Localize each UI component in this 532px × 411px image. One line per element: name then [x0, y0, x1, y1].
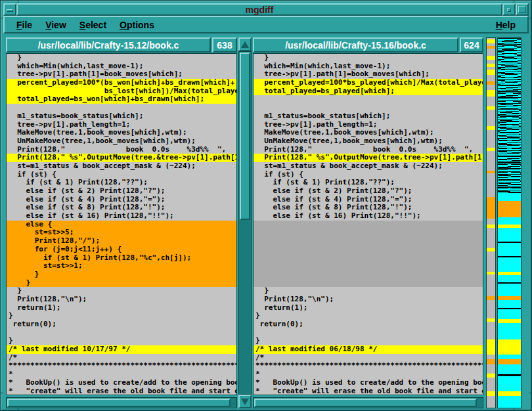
- code-line[interactable]: Print(128," %s",OutputMove(tree,&tree->p…: [7, 154, 236, 162]
- code-line: st=m1_status & book_accept_mask & (~224)…: [254, 162, 483, 171]
- title-area[interactable]: mgdiff: [16, 3, 502, 16]
- vertical-scrollbar-trough[interactable]: [238, 51, 252, 395]
- diff-mark: [487, 339, 495, 355]
- code-line: else if (st & 8) Print(128,"!");: [254, 204, 483, 212]
- code-line: * "create" will erase the old book file …: [254, 387, 483, 396]
- right-line-count: 624: [460, 37, 483, 53]
- menu-select[interactable]: Select: [73, 18, 113, 32]
- window-title: mgdiff: [246, 5, 274, 15]
- code-line: st=m1_status & book_accept_mask & (~224)…: [7, 162, 236, 171]
- code-line[interactable]: [254, 270, 483, 279]
- diff-mark: [487, 64, 495, 67]
- code-line[interactable]: [254, 262, 483, 270]
- code-line: }: [7, 337, 236, 345]
- diff-mark: [487, 171, 495, 174]
- code-line[interactable]: Print(128,"/");: [7, 237, 236, 246]
- menu-help[interactable]: Help: [489, 18, 522, 32]
- code-line[interactable]: /* last modified 10/17/97 */: [7, 345, 236, 354]
- code-line: ****************************************…: [254, 362, 483, 370]
- code-line: Print(128," book 0.0s %3d%% ",: [7, 146, 236, 154]
- code-line[interactable]: [254, 279, 483, 288]
- code-line[interactable]: else {: [7, 221, 236, 229]
- code-line: return(0);: [7, 320, 236, 329]
- diff-mark: [487, 296, 495, 300]
- left-horizontal-scrollbar-thumb[interactable]: [7, 399, 231, 407]
- diff-mark: [498, 359, 521, 364]
- code-line: /*: [7, 354, 236, 362]
- minimize-button[interactable]: [502, 3, 516, 16]
- code-line[interactable]: percent_played=100*bs_played[which]/Max(…: [254, 79, 483, 87]
- diff-mark: [487, 46, 495, 49]
- code-line[interactable]: [254, 228, 483, 237]
- diff-mark: [498, 242, 521, 243]
- left-code-pane[interactable]: } which=Min(which,last_move-1); tree->pv…: [6, 53, 237, 395]
- resize-notch: [529, 18, 531, 18]
- diff-mark: [498, 319, 521, 323]
- diff-mark: [487, 374, 495, 378]
- code-line[interactable]: [254, 237, 483, 246]
- diff-mark: [487, 225, 495, 228]
- vertical-scrollbar-thumb[interactable]: [240, 53, 250, 220]
- code-line[interactable]: for (j=0;j<11;j++) {: [7, 246, 236, 254]
- scroll-up-button[interactable]: [238, 37, 252, 51]
- code-line: UnMakeMove(tree,1,book_moves[which],wtm)…: [7, 137, 236, 146]
- right-horizontal-scrollbar[interactable]: [253, 397, 483, 408]
- code-line: ****************************************…: [7, 362, 236, 370]
- right-file-path: /usr/local/lib/Crafty-15.16/book.c: [253, 37, 458, 53]
- code-line: }: [254, 287, 483, 295]
- overview-hatch-lines: [498, 38, 521, 193]
- code-line: else if (st & 16) Print(128,"!!");: [254, 212, 483, 221]
- code-line: UnMakeMove(tree,1,book_moves[which],wtm)…: [254, 137, 483, 146]
- right-horizontal-scrollbar-thumb[interactable]: [254, 399, 477, 407]
- left-file-path: /usr/local/lib/Crafty-15.12/book.c: [6, 37, 211, 53]
- menu-view[interactable]: View: [39, 18, 73, 32]
- right-file-path-label: /usr/local/lib/Crafty-15.16/book.c: [285, 40, 426, 51]
- diff-mark: [487, 391, 495, 396]
- right-code-pane[interactable]: } which=Min(which,last_move-1); tree->pv…: [253, 53, 483, 395]
- code-line: MakeMove(tree,1,book_moves[which],wtm);: [254, 129, 483, 137]
- window-menu-button[interactable]: [3, 3, 16, 16]
- code-line[interactable]: [254, 221, 483, 229]
- diff-mark: [498, 282, 521, 284]
- code-line: else if (st & 16) Print(128,"!!");: [7, 212, 236, 221]
- code-line[interactable]: st=st>>5;: [7, 228, 236, 237]
- titlebar[interactable]: mgdiff: [3, 3, 529, 16]
- overview-map[interactable]: [497, 37, 521, 408]
- left-horizontal-scrollbar[interactable]: [6, 397, 237, 408]
- code-line[interactable]: total_played=bs_played[which];: [254, 87, 483, 96]
- vertical-scrollbar[interactable]: [238, 37, 252, 408]
- resize-notch: [529, 393, 531, 393]
- code-line: * BookUp() is used to create/add to the …: [254, 379, 483, 387]
- menu-options[interactable]: Options: [113, 18, 161, 32]
- code-line[interactable]: /* last modified 06/18/98 */: [254, 345, 483, 354]
- code-line: Print(128,"\n");: [254, 295, 483, 304]
- code-line: [254, 104, 483, 112]
- menu-file[interactable]: File: [10, 18, 39, 32]
- code-line[interactable]: bs_lost[which])/Max(total_played,1);: [7, 87, 236, 96]
- diff-map-strip[interactable]: [486, 37, 496, 408]
- code-line[interactable]: Print(128," %s",OutputMove(tree,tree->pv…: [254, 154, 483, 162]
- code-line[interactable]: [254, 254, 483, 263]
- mgdiff-window: mgdiff File View Select Options Help /us…: [0, 0, 532, 411]
- diff-mark: [487, 81, 495, 85]
- left-file-path-label: /usr/local/lib/Crafty-15.12/book.c: [38, 40, 179, 51]
- diff-mark: [498, 225, 521, 228]
- diff-mark: [487, 248, 495, 251]
- diff-mark: [498, 339, 521, 355]
- code-line: }: [7, 312, 236, 320]
- code-line: if (st) {: [7, 171, 236, 179]
- code-line[interactable]: st=st>>1;: [7, 262, 236, 270]
- scroll-down-button[interactable]: [238, 395, 252, 408]
- diff-mark: [487, 90, 495, 97]
- code-line[interactable]: if (st & 1) Print(128,"%c",ch[j]);: [7, 254, 236, 263]
- code-line[interactable]: total_played=bs_won[which]+bs_drawn[whic…: [7, 95, 236, 104]
- code-line[interactable]: percent_played=100*(bs_won[which]+bs_dra…: [7, 79, 236, 87]
- code-line: return(1);: [7, 304, 236, 313]
- code-line[interactable]: }: [7, 279, 236, 288]
- code-line[interactable]: }: [7, 270, 236, 279]
- maximize-button[interactable]: [516, 3, 529, 16]
- diff-mark: [487, 39, 495, 44]
- code-line: which=Min(which,last_move-1);: [254, 62, 483, 71]
- code-line[interactable]: [254, 246, 483, 254]
- code-line: }: [254, 312, 483, 320]
